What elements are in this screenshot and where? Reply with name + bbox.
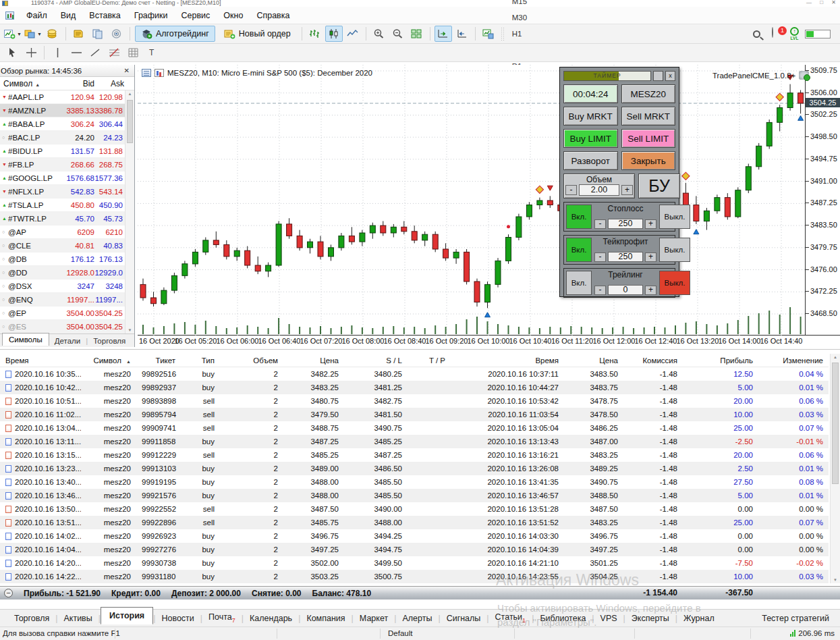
bars-chart-button[interactable] (306, 26, 324, 42)
menu-item-Файл[interactable]: Файл (20, 8, 54, 23)
crosshair-tool-button[interactable] (22, 45, 40, 61)
increase-button[interactable]: + (645, 252, 656, 262)
tab-Торговля[interactable]: Торговля (8, 612, 55, 625)
menu-item-Сервис[interactable]: Сервис (175, 8, 217, 23)
history-row[interactable]: 2020.10.16 13:23...mesz2099913103buy2348… (0, 462, 829, 475)
status-profile[interactable]: Default (388, 629, 412, 637)
timeframe-button-H1[interactable]: H1 (507, 26, 532, 42)
volume-increase-button[interactable]: + (621, 185, 633, 195)
symbol-button[interactable]: MESZ20 (621, 84, 676, 103)
chart-window-icon[interactable] (5, 11, 14, 20)
timeframe-button-M30[interactable]: M30 (507, 9, 532, 26)
buy-limit-button[interactable]: Buy LIMIT (563, 129, 618, 148)
market-watch-row[interactable]: ○@DD12928.012929.0 (0, 266, 125, 279)
history-row[interactable]: 2020.10.16 13:50...mesz2099922552sell234… (0, 502, 829, 516)
disable-button[interactable]: Выкл. (659, 238, 690, 262)
enable-button[interactable]: Вкл. (566, 271, 592, 295)
menu-item-Окно[interactable]: Окно (217, 8, 250, 23)
grid-tool-button[interactable] (124, 45, 142, 61)
timeframe-button-M15[interactable]: M15 (507, 0, 532, 9)
scrollbar-thumb[interactable] (832, 363, 839, 484)
scroll-up-icon[interactable]: ▲ (831, 355, 840, 359)
group-value[interactable]: 250 (608, 219, 643, 229)
strategy-tester-label[interactable]: Тестер стратегий (762, 614, 840, 623)
zoom-out-button[interactable] (389, 26, 407, 42)
history-row[interactable]: 2020.10.16 13:11...mesz2099911858buy2348… (0, 435, 829, 448)
close-position-button[interactable]: Закрыть (621, 151, 676, 170)
new-order-button[interactable]: Новый ордер (218, 26, 297, 42)
history-row[interactable]: 2020.10.16 10:42...mesz2099892937buy2348… (0, 381, 829, 394)
scroll-down-icon[interactable]: ▼ (831, 578, 840, 582)
time-axis[interactable]: 16 Oct 202016 Oct 05:2016 Oct 06:0016 Oc… (138, 336, 840, 346)
history-row[interactable]: 2020.10.16 13:51...mesz2099922896sell234… (0, 516, 829, 529)
tab-Активы[interactable]: Активы (57, 612, 98, 625)
sell-market-button[interactable]: Sell MRKT (621, 107, 676, 126)
history-row[interactable]: 2020.10.16 10:51...mesz2099893898sell234… (0, 394, 829, 408)
history-row[interactable]: 2020.10.16 10:35...mesz2099892516buy2348… (0, 367, 829, 381)
scroll-up-icon[interactable]: ▲ (125, 92, 134, 96)
minimize-button[interactable]: — (806, 0, 812, 5)
notifications-button[interactable]: 1 (772, 28, 784, 40)
tab-Календарь[interactable]: Календарь (244, 612, 298, 625)
sell-limit-button[interactable]: Sell LIMIT (621, 129, 676, 148)
text-tool-button[interactable]: T (143, 45, 161, 61)
horizontal-line-tool-button[interactable] (67, 45, 85, 61)
market-watch-row[interactable]: ○@AP62096210 (0, 225, 125, 239)
increase-button[interactable]: + (645, 219, 656, 229)
tab-Новости[interactable]: Новости (155, 612, 200, 625)
market-watch-close-button[interactable]: ✕ (123, 67, 131, 74)
market-watch-scrollbar[interactable]: ▲ ▼ (125, 90, 134, 334)
trendline-tool-button[interactable] (86, 45, 104, 61)
market-watch-row[interactable]: ▲#TSLA.LP450.80450.90 (0, 198, 125, 212)
new-chart-button[interactable]: ▼ (3, 26, 22, 42)
group-value[interactable]: 250 (608, 252, 643, 262)
decrease-button[interactable]: - (594, 286, 606, 295)
tab-Маркет[interactable]: Маркет (354, 612, 394, 625)
enable-button[interactable]: Вкл. (566, 205, 592, 229)
candles-chart-button[interactable] (325, 26, 343, 42)
profiles-button[interactable]: ▼ (24, 26, 43, 42)
history-row[interactable]: 2020.10.16 14:22...mesz2099931180buy2350… (0, 570, 829, 583)
market-watch-row[interactable]: ▼#FB.LP268.66268.75 (0, 158, 125, 171)
market-watch-row[interactable]: ▼#AMZN.LP3385.133386.78 (0, 104, 125, 117)
increase-button[interactable]: + (645, 286, 656, 295)
tab-Сигналы[interactable]: Сигналы (441, 612, 487, 625)
market-watch-row[interactable]: ○@DSX32473248 (0, 279, 125, 293)
market-watch-row[interactable]: ○@ENQ11997...11997... (0, 293, 125, 306)
history-scrollbar[interactable]: ▲ ▼ (830, 354, 840, 583)
trade-panel-minimize-button[interactable] (653, 71, 663, 81)
market-watch-button[interactable] (44, 26, 61, 42)
market-watch-tab-Торговля[interactable]: Торговля (88, 336, 131, 346)
auto-scroll-button[interactable] (435, 26, 452, 42)
price-axis[interactable]: 3509.753506.003502.253498.503494.753491.… (806, 65, 840, 336)
market-watch-tab-Детали[interactable]: Детали (49, 336, 86, 346)
history-row[interactable]: 2020.10.16 11:02...mesz2099895794sell234… (0, 408, 829, 421)
market-watch-row[interactable]: ▼#NFLX.LP542.83543.14 (0, 185, 125, 198)
market-watch-row[interactable]: ○@ES3504.003504.25 (0, 320, 125, 334)
tab-Статьи[interactable]: Статьи1 (489, 610, 532, 626)
tab-История[interactable]: История (101, 607, 153, 624)
tile-windows-button[interactable] (408, 26, 426, 42)
history-row[interactable]: 2020.10.16 14:02...mesz2099926923buy2349… (0, 529, 829, 543)
market-watch-row[interactable]: ▲#TWTR.LP45.7045.73 (0, 212, 125, 225)
tab-Эксперты[interactable]: Эксперты (625, 612, 675, 625)
history-row[interactable]: 2020.10.16 13:04...mesz2099909741sell234… (0, 421, 829, 435)
market-watch-row[interactable]: ○#BAC.LP24.2024.23 (0, 131, 125, 144)
volume-decrease-button[interactable]: - (565, 185, 577, 195)
market-watch-tab-Символы[interactable]: Символы (2, 333, 49, 346)
market-watch-row[interactable]: ○@CLE40.8140.83 (0, 239, 125, 252)
market-watch-row[interactable]: ▲#BIDU.LP131.57131.88 (0, 144, 125, 158)
group-value[interactable]: 0 (608, 285, 643, 295)
zoom-in-button[interactable] (370, 26, 388, 42)
tab-Почта[interactable]: Почта7 (202, 610, 242, 626)
search-button[interactable] (748, 26, 765, 42)
data-window-button[interactable] (89, 26, 107, 42)
tab-Библиотека[interactable]: Библиотека (534, 612, 592, 625)
algo-trading-button[interactable]: Алготрейдинг (135, 26, 215, 42)
history-row[interactable]: 2020.10.16 14:20...mesz2099930738buy2350… (0, 556, 829, 570)
reverse-button[interactable]: Разворот (563, 151, 618, 170)
scrollbar-thumb[interactable] (127, 100, 133, 143)
menu-item-Вид[interactable]: Вид (54, 8, 83, 23)
connection-level-indicator[interactable]: ↑ LVL (790, 27, 799, 41)
menu-item-Графики[interactable]: Графики (128, 8, 175, 23)
